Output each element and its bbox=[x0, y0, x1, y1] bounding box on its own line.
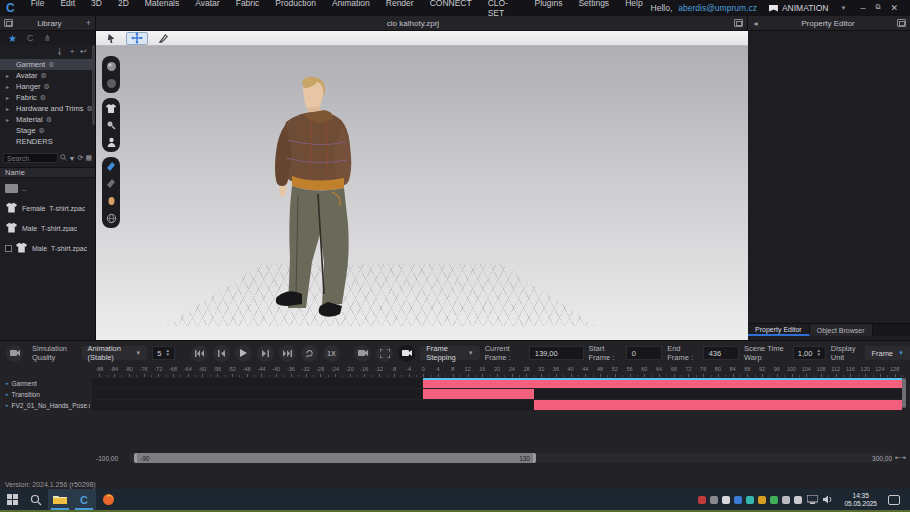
display-unit-dropdown[interactable]: Frame▼ bbox=[865, 346, 910, 360]
gear-icon[interactable]: ⚙ bbox=[44, 83, 50, 91]
taskbar-clock[interactable]: 14:35 05.05.2025 bbox=[838, 492, 883, 508]
tree-expand-icon[interactable]: ▸ bbox=[6, 83, 13, 90]
refresh-icon[interactable]: ↩ bbox=[80, 47, 87, 56]
viewport-canvas[interactable] bbox=[96, 46, 748, 340]
fabric-gray-icon[interactable] bbox=[105, 178, 117, 190]
taskbar-search-icon[interactable] bbox=[24, 489, 48, 510]
grid-view-icon[interactable]: ▦ bbox=[85, 154, 92, 162]
firefox-icon[interactable] bbox=[96, 489, 120, 510]
track-label-garment[interactable]: ▸Garment bbox=[0, 378, 90, 388]
volume-tray-icon[interactable] bbox=[823, 495, 833, 504]
clo-app-icon[interactable]: C bbox=[72, 489, 96, 510]
account-email-link[interactable]: aberdis@umprum.cz bbox=[678, 3, 757, 13]
tree-expand-icon[interactable]: ▸ bbox=[6, 105, 13, 112]
gizmo-dropdown-icon[interactable] bbox=[100, 32, 122, 45]
track-label-transition[interactable]: ▸Transition bbox=[0, 389, 90, 399]
tree-item-hardware-and-trims[interactable]: ▸Hardware and Trims⚙ bbox=[0, 103, 95, 114]
tree-item-stage[interactable]: Stage⚙ bbox=[0, 125, 95, 136]
fit-range-icon[interactable]: ⇤⇥ bbox=[895, 454, 906, 462]
play-button[interactable] bbox=[235, 345, 252, 362]
mode-caret-icon[interactable]: ▼ bbox=[840, 5, 846, 11]
record-animation-button[interactable] bbox=[6, 345, 23, 362]
tree-expand-icon[interactable]: ▸ bbox=[6, 116, 13, 123]
notification-center-icon[interactable] bbox=[888, 495, 900, 505]
loop-button[interactable] bbox=[301, 345, 318, 362]
favorites-tab-icon[interactable]: ★ bbox=[8, 33, 17, 44]
tray-app-icon[interactable] bbox=[734, 496, 742, 504]
timeline-ruler[interactable]: -88-84-80-76-72-68-64-60-56-52-48-44-40-… bbox=[92, 365, 902, 378]
restore-button[interactable]: ⧉ bbox=[875, 3, 880, 13]
tab-property-editor[interactable]: Property Editor bbox=[748, 324, 810, 336]
tray-app-icon[interactable] bbox=[794, 496, 802, 504]
add-folder-icon[interactable]: + bbox=[70, 47, 75, 56]
feather-tab-icon[interactable]: ⋔ bbox=[43, 33, 51, 43]
tray-app-icon[interactable] bbox=[722, 496, 730, 504]
previous-frame-button[interactable] bbox=[213, 345, 230, 362]
pins-tool-icon[interactable] bbox=[105, 119, 117, 131]
track-clip[interactable] bbox=[423, 378, 902, 388]
speed-stepper[interactable]: 5▲▼ bbox=[152, 346, 175, 360]
timeline-vertical-scrollbar[interactable] bbox=[902, 378, 906, 408]
gear-icon[interactable]: ⚙ bbox=[48, 61, 54, 69]
tree-item-material[interactable]: ▸Material⚙ bbox=[0, 114, 95, 125]
next-frame-button[interactable] bbox=[257, 345, 274, 362]
search-icon[interactable] bbox=[60, 154, 67, 162]
tree-expand-icon[interactable]: ▸ bbox=[6, 94, 13, 101]
tree-expand-icon[interactable]: ▸ bbox=[6, 72, 13, 79]
show-garment-icon[interactable] bbox=[105, 102, 117, 114]
gear-icon[interactable]: ⚙ bbox=[39, 127, 45, 135]
record-video-button[interactable] bbox=[354, 345, 371, 362]
fabric-blue-icon[interactable] bbox=[105, 161, 117, 173]
file-explorer-icon[interactable] bbox=[48, 489, 72, 510]
show-avatar-icon[interactable] bbox=[105, 136, 117, 148]
end-frame-input[interactable]: 436 bbox=[703, 346, 739, 360]
track-expand-icon[interactable]: ▸ bbox=[6, 391, 9, 397]
library-popout-icon[interactable] bbox=[4, 19, 13, 27]
timeline-hscroll-handle[interactable]: -90 130 bbox=[134, 453, 536, 463]
close-button[interactable]: ✕ bbox=[890, 3, 898, 13]
world-grid-icon[interactable] bbox=[105, 212, 117, 224]
property-editor-collapse-icon[interactable]: ◄ bbox=[752, 20, 759, 27]
gear-icon[interactable]: ⚙ bbox=[41, 72, 47, 80]
timeline-hscroll-track[interactable]: -90 130 bbox=[130, 453, 892, 463]
tree-item-renders[interactable]: RENDERS bbox=[0, 136, 95, 147]
track-clip[interactable] bbox=[423, 389, 533, 399]
file-checkbox[interactable] bbox=[5, 245, 12, 252]
avatar-head-icon[interactable] bbox=[105, 195, 117, 207]
mode-selector[interactable]: ANIMATION bbox=[763, 3, 835, 13]
go-to-end-button[interactable] bbox=[279, 345, 296, 362]
playback-speed-button[interactable]: 1X bbox=[323, 345, 340, 362]
tree-item-avatar[interactable]: ▸Avatar⚙ bbox=[0, 70, 95, 81]
reload-icon[interactable]: ⟳ bbox=[78, 154, 84, 162]
search-options-caret-icon[interactable]: ▼ bbox=[69, 155, 76, 162]
track-lane[interactable] bbox=[92, 400, 902, 410]
file-item[interactable]: Female_T-shirt.zpac bbox=[0, 198, 95, 218]
minimize-button[interactable]: – bbox=[860, 3, 865, 13]
gear-icon[interactable]: ⚙ bbox=[40, 94, 46, 102]
search-input[interactable] bbox=[3, 153, 58, 163]
property-editor-popout-icon[interactable] bbox=[897, 19, 906, 27]
tray-app-icon[interactable] bbox=[710, 496, 718, 504]
camera-active-button[interactable] bbox=[398, 345, 415, 362]
display-tray-icon[interactable] bbox=[807, 495, 818, 504]
track-label-fv2-01-no-hands-pose-mtn[interactable]: ▸FV2_01_No_Hands_Pose.mtn bbox=[0, 400, 90, 410]
avatar-model[interactable] bbox=[234, 74, 384, 319]
clo-library-tab-icon[interactable]: C bbox=[27, 33, 34, 43]
current-frame-input[interactable]: 139,00 bbox=[529, 346, 584, 360]
library-scrollbar[interactable] bbox=[92, 45, 95, 125]
track-lane[interactable] bbox=[92, 389, 902, 399]
tab-object-browser[interactable]: Object Browser bbox=[810, 324, 873, 336]
simulate-alt-tool-icon[interactable] bbox=[105, 77, 117, 89]
library-add-icon[interactable]: + bbox=[86, 18, 91, 28]
simulation-quality-dropdown[interactable]: Animation (Stable)▼ bbox=[82, 346, 148, 360]
capture-frame-button[interactable] bbox=[376, 345, 393, 362]
file-item[interactable]: Male_T-shirt.zpac bbox=[0, 218, 95, 238]
name-column-header[interactable]: Name bbox=[0, 167, 95, 178]
gear-icon[interactable]: ⚙ bbox=[46, 116, 52, 124]
3d-viewport[interactable] bbox=[96, 31, 748, 340]
pen-tool-icon[interactable] bbox=[152, 32, 174, 45]
tree-item-garment[interactable]: Garment⚙ bbox=[0, 59, 95, 70]
file-item[interactable]: Male_T-shirt.zpac bbox=[0, 238, 95, 258]
scene-time-warp-stepper[interactable]: 1,00▲▼ bbox=[793, 346, 826, 360]
frame-stepping-dropdown[interactable]: Frame Stepping▼ bbox=[420, 346, 479, 360]
